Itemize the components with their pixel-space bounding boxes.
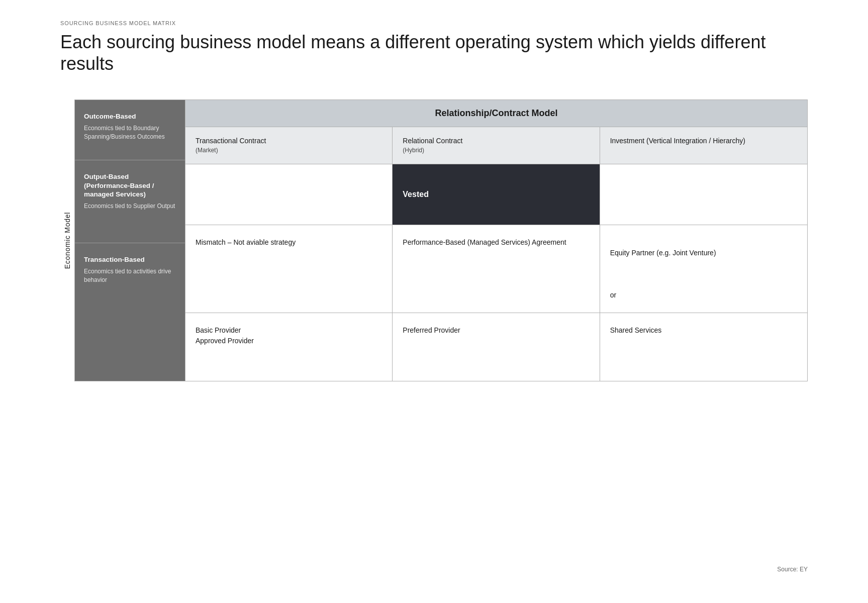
- transaction-investment-cell: Shared Services: [600, 313, 807, 381]
- transaction-relational-cell: Preferred Provider: [393, 313, 600, 381]
- transaction-subtitle: Economics tied to activities drive behav…: [84, 267, 176, 284]
- transactional-title: Transactional Contract: [196, 136, 382, 146]
- equity-partner-text: Equity Partner (e.g. Joint Venture): [610, 249, 716, 257]
- outcome-investment-cell: [600, 164, 807, 225]
- outcome-data-row: Vested: [185, 164, 807, 225]
- output-relational-cell: Performance-Based (Managed Services) Agr…: [393, 225, 600, 313]
- col-transactional-header: Transactional Contract (Market): [185, 127, 393, 163]
- output-data-row: Mismatch – Not aviable strategy Performa…: [185, 225, 807, 313]
- col-relational-header: Relational Contract (Hybrid): [393, 127, 600, 163]
- or-text: or: [610, 291, 616, 299]
- outcome-title: Outcome-Based: [84, 112, 176, 121]
- output-title: Output-Based (Performance-Based / manage…: [84, 172, 176, 199]
- outcome-transactional-cell: [185, 164, 393, 225]
- main-header-row: Relationship/Contract Model: [185, 100, 807, 127]
- basic-provider-text: Basic Provider: [196, 325, 382, 336]
- investment-title: Investment (Vertical Integration / Hiera…: [610, 136, 797, 146]
- relationship-contract-model-header: Relationship/Contract Model: [435, 108, 557, 118]
- section-label: SOURCING BUSINESS MODEL MATRIX: [60, 20, 808, 26]
- relational-title: Relational Contract: [403, 136, 589, 146]
- vertical-axis-label: Economic Model: [63, 212, 71, 269]
- transaction-transactional-cell: Basic Provider Approved Provider: [185, 313, 393, 381]
- output-row-label: Output-Based (Performance-Based / manage…: [75, 160, 185, 243]
- vertical-axis-label-container: Economic Model: [60, 99, 74, 381]
- transaction-title: Transaction-Based: [84, 255, 176, 264]
- transaction-row-label: Transaction-Based Economics tied to acti…: [75, 243, 185, 311]
- col-investment-header: Investment (Vertical Integration / Hiera…: [600, 127, 807, 163]
- output-subtitle: Economics tied to Supplier Output: [84, 202, 176, 211]
- page-title: Each sourcing business model means a dif…: [60, 31, 808, 74]
- source-text: Source: EY: [777, 566, 808, 573]
- output-transactional-cell: Mismatch – Not aviable strategy: [185, 225, 393, 313]
- left-column: Outcome-Based Economics tied to Boundary…: [74, 99, 185, 381]
- transactional-subtitle: (Market): [196, 146, 382, 155]
- transaction-data-row: Basic Provider Approved Provider Preferr…: [185, 313, 807, 381]
- outcome-subtitle: Economics tied to Boundary Spanning/Busi…: [84, 124, 176, 141]
- main-table: Relationship/Contract Model Transactiona…: [185, 99, 808, 381]
- output-investment-cell: Equity Partner (e.g. Joint Venture) or: [600, 225, 807, 313]
- relational-subtitle: (Hybrid): [403, 146, 589, 155]
- outcome-row-label: Outcome-Based Economics tied to Boundary…: [75, 100, 185, 160]
- outcome-relational-cell: Vested: [393, 164, 600, 225]
- approved-provider-text: Approved Provider: [196, 336, 382, 346]
- sub-header-row: Transactional Contract (Market) Relation…: [185, 127, 807, 164]
